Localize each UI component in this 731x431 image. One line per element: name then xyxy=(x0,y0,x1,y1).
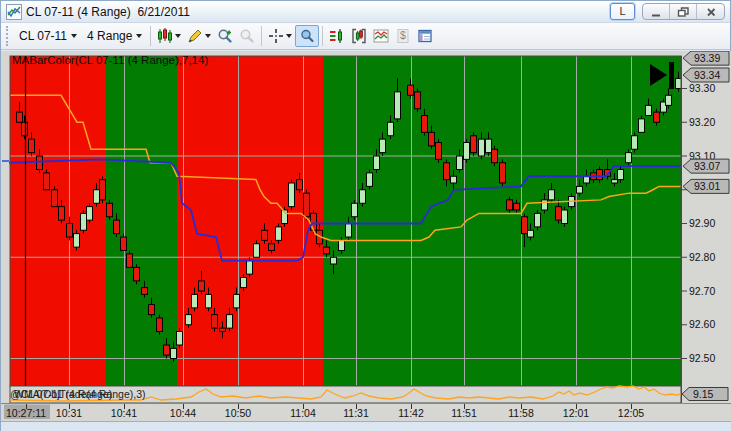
chart-trader-button[interactable] xyxy=(348,25,370,47)
interval-label: 4 Range xyxy=(87,29,132,43)
window-title: CL 07-11 (4 Range) 6/21/2011 xyxy=(26,5,610,19)
time-axis[interactable] xyxy=(1,403,731,421)
restore-icon xyxy=(676,5,690,19)
bar-marking-icon xyxy=(329,28,345,44)
link-button[interactable]: L xyxy=(610,3,635,20)
drawing-tools-button[interactable] xyxy=(184,25,214,47)
instrument-dropdown[interactable]: CL 07-11 xyxy=(14,25,82,47)
crosshair-icon xyxy=(268,28,284,44)
window-controls xyxy=(642,3,725,20)
minimize-button[interactable] xyxy=(643,4,670,19)
toolbar-separator xyxy=(261,26,262,46)
zoom-in-button[interactable] xyxy=(214,25,236,47)
chevron-down-icon xyxy=(286,34,292,38)
pencil-icon xyxy=(187,28,203,44)
magnifier-icon xyxy=(299,28,315,44)
overlay-indicators-button[interactable] xyxy=(370,25,392,47)
zoom-out-icon xyxy=(239,28,255,44)
left-margin-line xyxy=(2,160,9,162)
candlestick-chart-icon xyxy=(157,28,173,44)
indicator-main-label: MABarColor(CL 07-11 (4 Range),7,14) xyxy=(12,54,208,66)
chevron-down-icon xyxy=(71,34,77,38)
zoom-out-button[interactable] xyxy=(236,25,258,47)
toolbar-separator xyxy=(322,26,323,46)
zoom-in-icon xyxy=(217,28,233,44)
chevron-down-icon xyxy=(175,34,181,38)
chart-plot-area[interactable] xyxy=(10,56,681,403)
dollar-document-icon: $ xyxy=(395,28,411,44)
chevron-down-icon xyxy=(136,34,142,38)
price-axis[interactable] xyxy=(681,56,731,403)
chevron-down-icon xyxy=(205,34,211,38)
chart-toolbar: CL 07-11 4 Range xyxy=(1,22,730,50)
price-chart[interactable]: 93.3093.2093.1093.0092.9092.8092.7092.60… xyxy=(1,51,731,431)
minimize-icon xyxy=(649,5,663,19)
data-grid-button[interactable] xyxy=(414,25,436,47)
instrument-label: CL 07-11 xyxy=(19,29,67,43)
chart-style-button[interactable] xyxy=(154,25,184,47)
account-report-button[interactable]: $ xyxy=(392,25,414,47)
snap-cursor-button[interactable] xyxy=(295,25,319,47)
window-bottom-frame xyxy=(1,421,731,431)
chart-window-icon xyxy=(6,4,22,20)
restore-button[interactable] xyxy=(670,4,697,19)
panel2-indicator-label: WMA(ObjTrade(4 Range),3) xyxy=(14,388,145,400)
chart-trader-icon xyxy=(351,28,367,44)
data-grid-icon xyxy=(417,28,433,44)
chart-window: CL 07-11 (4 Range) 6/21/2011 L xyxy=(0,0,731,431)
interval-dropdown[interactable]: 4 Range xyxy=(82,25,147,47)
bar-marking-button[interactable] xyxy=(326,25,348,47)
svg-text:$: $ xyxy=(400,29,406,41)
toolbar-separator xyxy=(150,26,151,46)
crosshair-button[interactable] xyxy=(265,25,295,47)
indicator-lines-icon xyxy=(373,28,389,44)
toolbar-grip[interactable] xyxy=(6,26,9,46)
titlebar[interactable]: CL 07-11 (4 Range) 6/21/2011 L xyxy=(1,1,730,22)
close-icon xyxy=(704,5,718,19)
close-button[interactable] xyxy=(697,4,724,19)
